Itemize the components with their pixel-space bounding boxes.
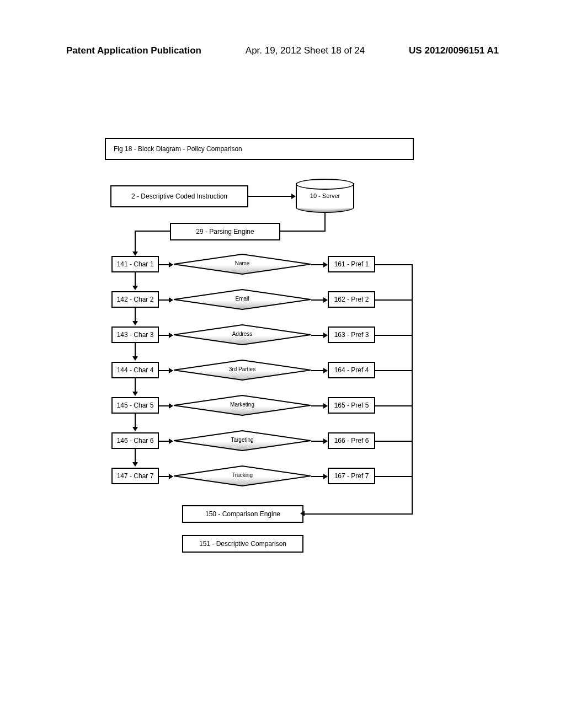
pref-box: 166 - Pref 6 bbox=[328, 432, 375, 449]
page-header: Patent Application Publication Apr. 19, … bbox=[66, 45, 499, 56]
pref-label: 165 - Pref 5 bbox=[334, 402, 369, 409]
pref-box: 164 - Pref 4 bbox=[328, 362, 375, 378]
char-label: 147 - Char 7 bbox=[117, 472, 154, 480]
char-box: 142 - Char 2 bbox=[111, 291, 159, 308]
figure-title: Fig 18 - Block Diagram - Policy Comparis… bbox=[114, 145, 242, 153]
pref-label: 167 - Pref 7 bbox=[334, 472, 369, 480]
comparison-engine-box: 150 - Comparison Engine bbox=[182, 505, 303, 523]
header-patent-id: US 2012/0096151 A1 bbox=[409, 45, 499, 56]
diamond-label: Marketing bbox=[173, 402, 311, 408]
pref-label: 161 - Pref 1 bbox=[334, 260, 369, 268]
server-cylinder: 10 - Server bbox=[296, 179, 354, 213]
diamond-label: Targeting bbox=[173, 437, 311, 443]
pref-label: 163 - Pref 3 bbox=[334, 331, 369, 339]
instruction-label: 2 - Descriptive Coded Instruction bbox=[131, 192, 227, 200]
char-box: 144 - Char 4 bbox=[111, 362, 159, 378]
char-label: 146 - Char 6 bbox=[117, 437, 154, 445]
diamond-label: Tracking bbox=[173, 472, 311, 478]
pref-box: 167 - Pref 7 bbox=[328, 468, 375, 484]
char-label: 141 - Char 1 bbox=[117, 260, 154, 268]
instruction-box: 2 - Descriptive Coded Instruction bbox=[110, 185, 248, 207]
char-label: 143 - Char 3 bbox=[117, 331, 154, 339]
char-box: 141 - Char 1 bbox=[111, 256, 159, 272]
decision-diamond: Address bbox=[173, 324, 311, 345]
server-label: 10 - Server bbox=[296, 192, 354, 199]
parsing-engine-label: 29 - Parsing Engine bbox=[196, 228, 254, 235]
char-label: 144 - Char 4 bbox=[117, 366, 154, 374]
diamond-label: Name bbox=[173, 260, 311, 266]
char-label: 145 - Char 5 bbox=[117, 402, 154, 409]
pref-box: 165 - Pref 5 bbox=[328, 397, 375, 414]
diamond-label: 3rd Parties bbox=[173, 366, 311, 372]
pref-box: 161 - Pref 1 bbox=[328, 256, 375, 272]
decision-diamond: Tracking bbox=[173, 465, 311, 486]
header-date-sheet: Apr. 19, 2012 Sheet 18 of 24 bbox=[246, 45, 365, 56]
pref-label: 162 - Pref 2 bbox=[334, 296, 369, 303]
char-box: 145 - Char 5 bbox=[111, 397, 159, 414]
pref-label: 164 - Pref 4 bbox=[334, 366, 369, 374]
char-box: 143 - Char 3 bbox=[111, 326, 159, 343]
decision-diamond: Targeting bbox=[173, 430, 311, 451]
pref-box: 162 - Pref 2 bbox=[328, 291, 375, 308]
decision-diamond: Email bbox=[173, 289, 311, 310]
page: Patent Application Publication Apr. 19, … bbox=[0, 0, 565, 728]
parsing-engine-box: 29 - Parsing Engine bbox=[170, 223, 280, 240]
pref-label: 166 - Pref 6 bbox=[334, 437, 369, 445]
char-label: 142 - Char 2 bbox=[117, 296, 154, 303]
decision-diamond: Marketing bbox=[173, 395, 311, 416]
decision-diamond: Name bbox=[173, 254, 311, 275]
figure-title-box: Fig 18 - Block Diagram - Policy Comparis… bbox=[105, 138, 414, 160]
block-diagram: Fig 18 - Block Diagram - Policy Comparis… bbox=[105, 138, 414, 579]
descriptive-comparison-box: 151 - Descriptive Comparison bbox=[182, 535, 303, 553]
char-box: 146 - Char 6 bbox=[111, 432, 159, 449]
char-box: 147 - Char 7 bbox=[111, 468, 159, 484]
comparison-engine-label: 150 - Comparison Engine bbox=[205, 510, 280, 518]
decision-diamond: 3rd Parties bbox=[173, 360, 311, 381]
descriptive-comparison-label: 151 - Descriptive Comparison bbox=[199, 540, 286, 548]
diamond-label: Address bbox=[173, 331, 311, 337]
pref-box: 163 - Pref 3 bbox=[328, 326, 375, 343]
diamond-label: Email bbox=[173, 296, 311, 302]
header-publication: Patent Application Publication bbox=[66, 45, 201, 56]
